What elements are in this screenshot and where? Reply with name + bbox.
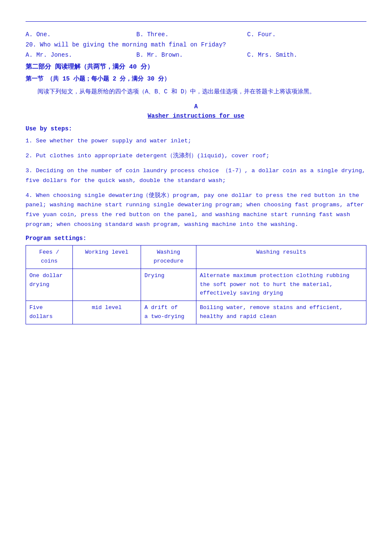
section2-title: 第二部分 阅读理解（共两节，满分 40 分） bbox=[26, 63, 366, 71]
col-results-header: Washing results bbox=[196, 246, 366, 269]
q19-option-a: A. One. bbox=[26, 31, 136, 38]
passage-title: Washer instructions for use bbox=[26, 113, 366, 119]
row2-procedure: A drift of a two-drying bbox=[141, 301, 196, 324]
row1-procedure: Drying bbox=[141, 269, 196, 301]
row1-working bbox=[73, 269, 141, 301]
q19-option-c: C. Four. bbox=[247, 31, 358, 38]
col-working-header: Working level bbox=[73, 246, 141, 269]
q20-text: 20. Who will be giving the morning math … bbox=[26, 41, 366, 48]
col-procedure-header: Washing procedure bbox=[141, 246, 196, 269]
step-1: 1. See whether the power supply and wate… bbox=[26, 136, 366, 146]
q19-options-row: A. One. B. Three. C. Four. bbox=[26, 31, 366, 38]
top-line bbox=[26, 21, 366, 22]
col-fees-header: Fees / coins bbox=[26, 246, 73, 269]
program-settings: Program settings: bbox=[26, 235, 366, 242]
row2-results: Boiling water, remove stains and efficie… bbox=[196, 301, 366, 324]
instruction-text: 阅读下列短文，从每题所给的四个选项（A、B、C 和 D）中，选出最佳选项，并在答… bbox=[26, 87, 366, 97]
step-3: 3. Deciding on the number of coin laundr… bbox=[26, 166, 366, 186]
row1-results: Alternate maximum protection clothing ru… bbox=[196, 269, 366, 301]
q20-option-a: A. Mr. Jones. bbox=[26, 52, 136, 58]
q20-option-b: B. Mr. Brown. bbox=[136, 52, 247, 58]
table-header-row: Fees / coins Working level Washing proce… bbox=[26, 246, 366, 269]
step-2: 2. Put clothes into appropriate detergen… bbox=[26, 151, 366, 161]
section1-title: 第一节 （共 15 小题；每小题 2 分，满分 30 分） bbox=[26, 75, 366, 83]
step-4: 4. When choosing single dewatering（使脱水）p… bbox=[26, 191, 366, 230]
q20-options-row: A. Mr. Jones. B. Mr. Brown. C. Mrs. Smit… bbox=[26, 52, 366, 58]
row1-fees: One dollar drying bbox=[26, 269, 73, 301]
program-table: Fees / coins Working level Washing proce… bbox=[26, 245, 366, 324]
table-row-1: One dollar drying Drying Alternate maxim… bbox=[26, 269, 366, 301]
row2-working: mid level bbox=[73, 301, 141, 324]
q20-option-c: C. Mrs. Smith. bbox=[247, 52, 358, 58]
q19-option-b: B. Three. bbox=[136, 31, 247, 38]
table-row-2: Five dollars mid level A drift of a two-… bbox=[26, 301, 366, 324]
use-by-steps: Use by steps: bbox=[26, 125, 366, 132]
row2-fees: Five dollars bbox=[26, 301, 73, 324]
passage-letter: A bbox=[26, 103, 366, 110]
